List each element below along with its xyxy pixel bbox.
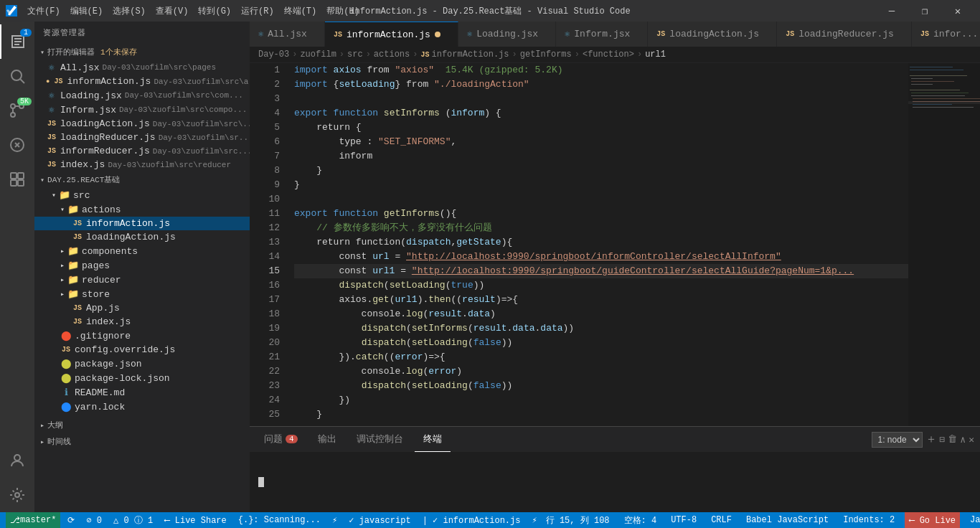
language-indicator[interactable]: Babel JavaScript xyxy=(742,512,833,528)
tree-file-indexjs[interactable]: JS index.js xyxy=(34,315,250,329)
breadcrumb-function[interactable]: <function> xyxy=(583,50,634,60)
spaces-indicator[interactable]: 空格: 4 xyxy=(620,512,661,528)
tree-file-gitignore[interactable]: ⬤ .gitignore xyxy=(34,329,250,343)
errors-indicator[interactable]: ⊘ 0 xyxy=(82,512,106,528)
svg-rect-6 xyxy=(11,173,17,179)
menu-view[interactable]: 查看(V) xyxy=(151,4,193,19)
live-share-button[interactable]: ⟵ Live Share xyxy=(160,512,230,528)
tree-file-yarn[interactable]: ⬤ yarn.lock xyxy=(34,400,250,414)
menu-bar[interactable]: 文件(F) 编辑(E) 选择(S) 查看(V) 转到(G) 运行(R) 终端(T… xyxy=(23,4,364,19)
breadcrumb-file[interactable]: JSinformAction.js xyxy=(420,50,509,60)
extensions-button[interactable] xyxy=(0,162,34,197)
new-terminal-button[interactable]: ＋ xyxy=(925,432,937,447)
tree-dir-src[interactable]: ▾ 📁 src xyxy=(34,188,250,202)
menu-run[interactable]: 运行(R) xyxy=(237,4,278,19)
open-editor-index-js[interactable]: JS index.js Day-03\zuofilm\src\reducer xyxy=(34,158,250,171)
live-share-label: ⟵ Live Share xyxy=(164,515,226,526)
tab-loading-action-js[interactable]: JS loadingAction.js ✕ xyxy=(648,22,777,47)
close-panel-button[interactable]: ✕ xyxy=(969,434,974,446)
panel-tab-terminal[interactable]: 终端 xyxy=(415,427,451,452)
open-editor-inform-jsx[interactable]: ⚛ Inform.jsx Day-03\zuofilm\src\compo... xyxy=(34,103,250,117)
code-line-11: export function getInforms(){ xyxy=(294,207,908,221)
open-editor-inform-action[interactable]: ● JS informAction.js Day-03\zuofilm\src\… xyxy=(34,75,250,88)
delete-terminal-button[interactable]: 🗑 xyxy=(948,434,957,445)
menu-select[interactable]: 选择(S) xyxy=(108,4,150,19)
breadcrumb-url1[interactable]: url1 xyxy=(645,50,666,60)
breadcrumb-actions[interactable]: actions xyxy=(374,50,410,60)
tree-file-package-lock[interactable]: ⬤ package-lock.json xyxy=(34,371,250,385)
tree-file-appjs[interactable]: JS App.js xyxy=(34,301,250,315)
open-editor-all-jsx[interactable]: ⚛ All.jsx Day-03\zuofilm\src\pages xyxy=(34,60,250,75)
dir-chevron: ▸ xyxy=(60,247,65,255)
indents-indicator[interactable]: Indents: 2 xyxy=(839,512,899,528)
tree-dir-reducer[interactable]: ▸ 📁 reducer xyxy=(34,273,250,287)
encoding-indicator[interactable]: UTF-8 xyxy=(666,512,701,528)
branch-indicator[interactable]: ⎇ master* xyxy=(6,512,60,528)
js-standard-indicator[interactable]: JavaScript Standard Style xyxy=(966,512,980,528)
tree-file-readme[interactable]: ℹ README.md xyxy=(34,385,250,400)
settings-button[interactable] xyxy=(0,478,34,512)
menu-goto[interactable]: 转到(G) xyxy=(194,4,235,19)
file-label: App.js xyxy=(86,303,120,314)
project-header[interactable]: ▾ DAY.25.REACT基础 xyxy=(34,171,250,188)
breadcrumb-zuofilm[interactable]: zuofilm xyxy=(300,50,336,60)
close-button[interactable]: ✕ xyxy=(941,0,974,22)
tree-dir-components[interactable]: ▸ 📁 components xyxy=(34,244,250,258)
maximize-button[interactable]: ❐ xyxy=(908,0,941,22)
outline-header[interactable]: ▸ 大纲 xyxy=(34,417,250,433)
terminal-content[interactable] xyxy=(250,452,980,512)
line-num-9: 9 xyxy=(250,178,280,192)
timeline-header[interactable]: ▸ 时间线 xyxy=(34,433,250,450)
tab-loading-reducer-js[interactable]: JS loadingReducer.js ✕ xyxy=(777,22,912,47)
tree-dir-actions[interactable]: ▾ 📁 actions xyxy=(34,202,250,217)
tab-loading-jsx[interactable]: ⚛ Loading.jsx ✕ xyxy=(458,22,556,47)
position-indicator[interactable]: 行 15, 列 108 xyxy=(542,512,614,528)
open-editors-header[interactable]: ▾ 打开的编辑器 1个未保存 xyxy=(34,44,250,60)
open-editor-loading-action[interactable]: JS loadingAction.js Day-03\zuofilm\src\.… xyxy=(34,117,250,131)
open-editor-loading-jsx[interactable]: ⚛ Loading.jsx Day-03\zuofilm\src\com... xyxy=(34,88,250,103)
minimize-button[interactable]: — xyxy=(875,0,908,22)
sync-button[interactable]: ⟳ xyxy=(63,512,79,528)
warnings-indicator[interactable]: △ 0 ⓘ 1 xyxy=(109,512,157,528)
tab-inform-action-js[interactable]: JS informAction.js ✕ xyxy=(325,22,458,47)
panel-tab-output[interactable]: 输出 xyxy=(309,427,345,452)
tab-label-output: 输出 xyxy=(318,433,336,446)
tab-inform-jsx[interactable]: ⚛ Inform.jsx ✕ xyxy=(556,22,648,47)
source-control-button[interactable]: 5K xyxy=(0,93,34,128)
file-path: Day-03\zuofilm\src\... xyxy=(153,120,250,128)
line-ending-indicator[interactable]: CRLF xyxy=(707,512,736,528)
menu-file[interactable]: 文件(F) xyxy=(23,4,65,19)
tree-dir-pages[interactable]: ▸ 📁 pages xyxy=(34,258,250,273)
breadcrumb-day03[interactable]: Day-03 xyxy=(258,50,289,60)
code-content[interactable]: import axios from "axios" 15.4K (gzipped… xyxy=(286,63,908,426)
tree-file-inform-action[interactable]: JS informAction.js xyxy=(34,217,250,230)
panel-tab-problems[interactable]: 问题 4 xyxy=(255,427,306,452)
panel-tab-debug[interactable]: 调试控制台 xyxy=(348,427,412,452)
tree-file-config[interactable]: JS config.override.js xyxy=(34,343,250,357)
split-terminal-button[interactable]: ⊟ xyxy=(940,434,946,446)
search-button[interactable] xyxy=(0,59,34,93)
terminal-selector[interactable]: 1: node xyxy=(872,432,923,448)
tree-file-loading-action[interactable]: JS loadingAction.js xyxy=(34,230,250,244)
tree-file-package[interactable]: ⬤ package.json xyxy=(34,357,250,371)
go-live-button[interactable]: ⟵ Go Live xyxy=(905,512,960,528)
filename-status[interactable]: | ✓ informAction.js xyxy=(418,512,525,528)
js-status[interactable]: ✓ javascript xyxy=(344,512,415,528)
explorer-button[interactable]: 1 xyxy=(0,24,34,59)
tab-all-jsx[interactable]: ⚛ All.jsx ✕ xyxy=(250,22,325,47)
breadcrumb-getInforms[interactable]: getInforms xyxy=(520,50,572,60)
menu-terminal[interactable]: 终端(T) xyxy=(280,4,321,19)
debug-button[interactable] xyxy=(0,128,34,162)
tree-dir-store[interactable]: ▸ 📁 store xyxy=(34,287,250,301)
minimap xyxy=(908,63,980,426)
open-editor-inform-reducer[interactable]: JS informReducer.js Day-03\zuofilm\src..… xyxy=(34,144,250,158)
tab-infor[interactable]: JS infor... ✕ xyxy=(912,22,980,47)
code-line-17: axios.get(url1).then((result)=>{ xyxy=(294,293,908,307)
maximize-panel-button[interactable]: ∧ xyxy=(960,434,966,446)
open-editor-loading-reducer[interactable]: JS loadingReducer.js Day-03\zuofilm\sr..… xyxy=(34,131,250,144)
accounts-button[interactable] xyxy=(0,443,34,478)
window-controls[interactable]: — ❐ ✕ xyxy=(875,0,974,22)
menu-edit[interactable]: 编辑(E) xyxy=(66,4,108,19)
breadcrumb-src[interactable]: src xyxy=(347,50,363,60)
file-label: loadingAction.js xyxy=(86,232,176,242)
